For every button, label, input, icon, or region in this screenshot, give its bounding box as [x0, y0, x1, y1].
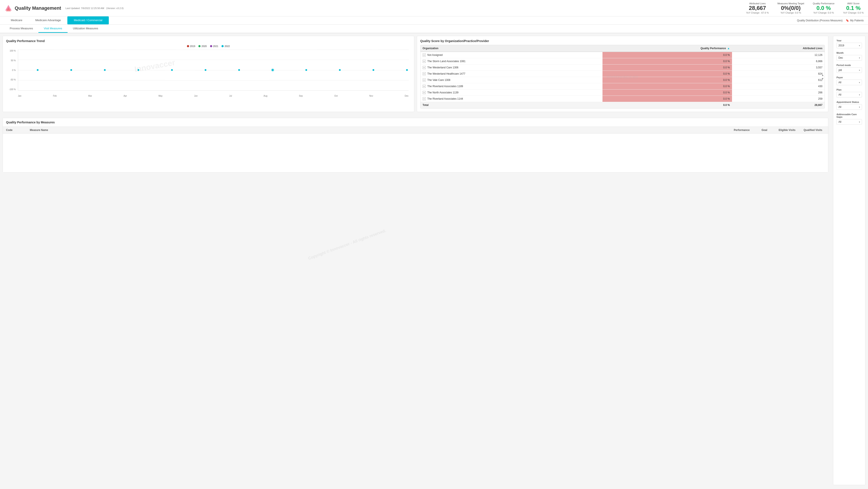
measures-col-name: Measure Name: [30, 129, 728, 132]
quality-score-title: Quality Score by Organization/Practice/P…: [420, 39, 825, 43]
tab-medicare-advantage[interactable]: Medicare Advantage: [29, 17, 67, 24]
measures-table-header: Code Measure Name Performance Goal Eligi…: [3, 127, 828, 133]
stat-awv-score: AWV Score 0.1 % YoY Change: 0.0 %: [843, 2, 864, 14]
perf-cell: 0.0 %: [602, 90, 732, 96]
scroll-up-button[interactable]: ▲: [822, 73, 824, 76]
tab-medicare[interactable]: Medicare: [4, 17, 29, 24]
chevron-down-icon: ▾: [859, 57, 860, 59]
expand-button[interactable]: +: [423, 85, 426, 88]
total-perf: 0.0 %: [602, 102, 732, 108]
stat-attributed-lives: Attributed Lives 28,667 YoY Change: -67.…: [746, 2, 769, 14]
my-patients-icon: 🔖: [846, 19, 849, 22]
filter-value: 2019: [838, 44, 844, 47]
filter-value: Dec: [838, 56, 843, 59]
measures-col-goal: Goal: [756, 129, 773, 132]
top-nav-right: Quality Distribution (Process Measures) …: [797, 19, 864, 22]
tab-medicaid-commercial[interactable]: Medicaid / Commercial: [67, 17, 109, 24]
table-row[interactable]: + The Storm Land Associates 1081 0.0 % 6…: [421, 58, 825, 65]
table-row[interactable]: + The Riverland Associates 1144 0.0 % 25…: [421, 96, 825, 102]
lives-cell: 824: [732, 71, 825, 77]
expand-button[interactable]: +: [423, 60, 426, 63]
filter-label: Period mode: [836, 64, 862, 66]
filter-value: ytd: [838, 69, 842, 72]
expand-button[interactable]: +: [423, 72, 426, 75]
perf-cell: 0.0 %: [602, 96, 732, 102]
col-perf[interactable]: Quality Performance ▲: [602, 45, 732, 52]
svg-point-3: [70, 69, 72, 71]
lives-cell: 266: [732, 90, 825, 96]
lives-cell: 612: [732, 77, 825, 83]
header: Quality Management Last Updated: 7/6/202…: [0, 0, 868, 17]
expand-button[interactable]: +: [423, 91, 426, 94]
perf-cell: 0.0 %: [602, 77, 732, 83]
table-row[interactable]: + The Vale Care 1308 0.0 % 612: [421, 77, 825, 83]
svg-point-11: [339, 69, 341, 71]
legend-dot-2022: [221, 45, 224, 47]
legend-2022: 2022: [221, 45, 230, 47]
right-sidebar: Year 2019 ▾ Month Dec ▾ Period mode ytd …: [833, 36, 865, 485]
chevron-down-icon: ▾: [859, 121, 860, 123]
expand-button[interactable]: +: [423, 78, 426, 82]
org-cell: + The Storm Land Associates 1081: [421, 58, 603, 65]
top-row: Quality Performance Trend 2019 2020 2021: [3, 36, 828, 115]
chevron-down-icon: ▾: [859, 106, 860, 108]
chevron-down-icon: ▾: [859, 94, 860, 96]
quality-distribution-link[interactable]: Quality Distribution (Process Measures): [797, 19, 842, 22]
svg-point-8: [238, 69, 240, 71]
svg-point-14: [271, 69, 274, 72]
chart-legend: 2019 2020 2021 2022: [6, 45, 411, 47]
filter-select-appointment-status[interactable]: All ▾: [836, 104, 862, 110]
org-cell: + Not Assigned: [421, 52, 603, 58]
chart-title: Quality Performance Trend: [6, 39, 411, 43]
col-lives: Attributed Lives: [732, 45, 825, 52]
total-label: Total: [421, 102, 603, 108]
sub-tab-process-measures[interactable]: Process Measures: [4, 25, 38, 33]
org-cell: + The Westerland Care 1306: [421, 65, 603, 71]
filter-select-year[interactable]: 2019 ▾: [836, 43, 862, 48]
stat-quality-performance: Quality Performance 0.0 % YoY Change: 0.…: [813, 2, 834, 14]
filter-group-period-mode: Period mode ytd ▾: [836, 64, 862, 73]
lives-cell: 3,557: [732, 65, 825, 71]
filter-group-addressable-care-gaps: Addressable Care Gaps All ▾: [836, 113, 862, 125]
chevron-down-icon: ▾: [859, 81, 860, 84]
filter-label: Plan: [836, 89, 862, 91]
expand-button[interactable]: +: [423, 54, 426, 57]
quality-score-section: Quality Score by Organization/Practice/P…: [417, 36, 829, 112]
svg-point-6: [171, 69, 173, 71]
filter-select-plan[interactable]: All ▾: [836, 92, 862, 98]
chart-section: Quality Performance Trend 2019 2020 2021: [3, 36, 414, 112]
table-row[interactable]: + The North Associates 1139 0.0 % 266: [421, 90, 825, 96]
filter-select-addressable-care-gaps[interactable]: All ▾: [836, 119, 862, 125]
perf-cell: 0.0 %: [602, 65, 732, 71]
measures-header: Quality Performance by Measures: [3, 118, 828, 127]
table-row[interactable]: + The Riverland Associates 1189 0.0 % 43…: [421, 83, 825, 90]
org-cell: + The Riverland Associates 1189: [421, 83, 603, 90]
measures-section: Quality Performance by Measures Code Mea…: [3, 118, 828, 172]
table-row[interactable]: + The Westerland Healthcare 1477 0.0 % 8…: [421, 71, 825, 77]
svg-point-12: [373, 69, 374, 71]
filter-label: Month: [836, 52, 862, 54]
sub-tab-visit-measures[interactable]: Visit Measures: [38, 25, 68, 33]
lives-cell: 6,866: [732, 58, 825, 65]
table-row[interactable]: + Not Assigned 0.0 % 12,126: [421, 52, 825, 58]
measures-col-eligible: Eligible Visits: [775, 129, 799, 132]
table-row[interactable]: + The Westerland Care 1306 0.0 % 3,557: [421, 65, 825, 71]
filter-select-month[interactable]: Dec ▾: [836, 55, 862, 61]
lives-cell: 430: [732, 83, 825, 90]
scroll-down-button[interactable]: ▼: [822, 77, 824, 80]
top-nav-tabs: Medicare Medicare Advantage Medicaid / C…: [4, 17, 109, 24]
my-patients-button[interactable]: 🔖 My Patients: [846, 19, 864, 22]
expand-button[interactable]: +: [423, 97, 426, 100]
perf-cell: 0.0 %: [602, 71, 732, 77]
expand-button[interactable]: +: [423, 66, 426, 69]
quality-score-table-wrapper: ▲ ▼ Organization Quality Performance ▲: [420, 45, 825, 108]
stat-measures-meeting-target: Measures Meeting Target 0%(0/0) YoY Chan…: [777, 2, 804, 14]
filter-select-payer[interactable]: All ▾: [836, 79, 862, 85]
left-panel: Quality Performance Trend 2019 2020 2021: [3, 36, 828, 485]
filter-group-month: Month Dec ▾: [836, 52, 862, 61]
measures-body: [3, 133, 828, 172]
sub-tab-utilization-measures[interactable]: Utilization Measures: [68, 25, 104, 33]
filter-group-payer: Payer All ▾: [836, 76, 862, 85]
filter-select-period-mode[interactable]: ytd ▾: [836, 67, 862, 73]
filter-label: Payer: [836, 76, 862, 79]
